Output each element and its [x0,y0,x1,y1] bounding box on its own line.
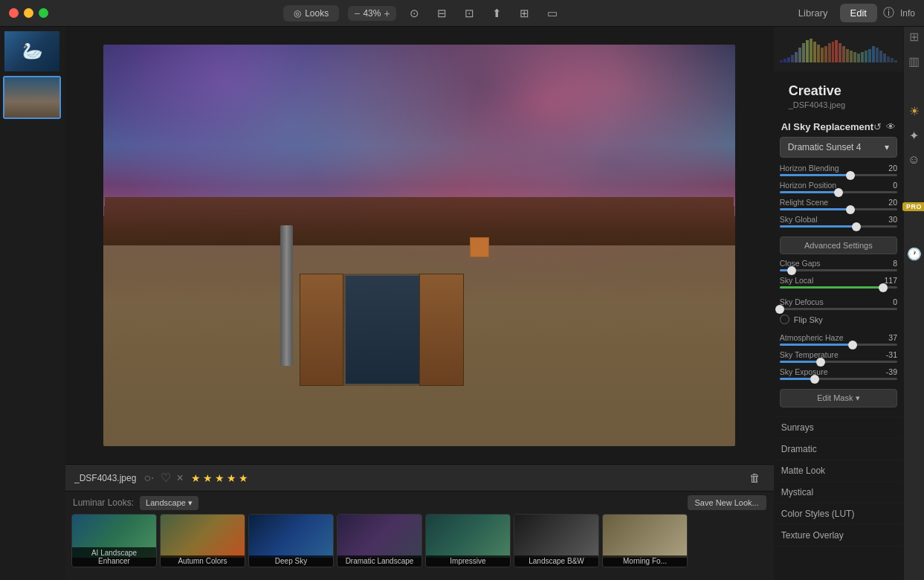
zoom-in-button[interactable]: + [384,8,390,19]
ai-sky-controls: ↺ 👁 [873,121,896,132]
look-morning[interactable]: Morning Fo... [602,514,688,567]
look-autumn[interactable]: Autumn Colors [160,514,245,567]
current-filename: _DSF4043.jpeg [74,473,136,483]
slider-value: 0 [893,181,897,190]
color-styles-section[interactable]: Color Styles (LUT) [774,503,903,525]
slider-sky-exposure: Sky Exposure -39 [780,367,897,380]
close-button[interactable] [9,8,19,18]
look-bw[interactable]: Landscape B&W [514,514,599,567]
compare-button[interactable]: ⊟ [433,4,451,23]
slider-sky-temperature: Sky Temperature -31 [780,350,897,363]
look-label-2: Autumn Colors [161,555,245,567]
creative-icon[interactable]: ✦ [909,129,919,143]
matte-look-section[interactable]: Matte Look [774,460,903,482]
looks-thumbnails: AI Landscape Enhancer Autumn Colors Deep… [65,514,774,572]
section-title: Creative [781,77,896,100]
look-label-6: Landscape B&W [514,555,598,567]
looks-category-dropdown[interactable]: Landscape ▾ [140,496,198,510]
looks-label: Luminar Looks: [73,497,134,508]
grid-button[interactable]: ⊞ [515,4,534,23]
slider-track[interactable] [780,344,897,346]
x-icon: × [177,471,184,485]
main-content: 🦢 [0,27,924,580]
looks-bar: Luminar Looks: Landscape ▾ Save New Look… [65,491,774,580]
slider-track[interactable] [780,225,897,228]
visibility-button[interactable]: 👁 [886,121,896,132]
slider-handle[interactable] [846,205,855,214]
bottom-area: _DSF4043.jpeg ○· ♡ × ★ ★ ★ ★ ★ 🗑 [65,464,774,580]
sunrays-section[interactable]: Sunrays [774,417,903,439]
look-label-3: Deep Sky [249,555,333,567]
maximize-button[interactable] [39,8,48,18]
edit-mask-button[interactable]: Edit Mask ▾ [780,389,897,407]
portrait-icon[interactable]: ☺ [908,153,920,167]
slider-track[interactable] [780,286,897,289]
filmstrip: 🦢 [0,27,65,580]
thumbnail-swan[interactable]: 🦢 [3,30,61,73]
slider-handle[interactable] [834,188,843,197]
slider-sky-local: Sky Local 117 [780,276,897,289]
slider-label: Relight Scene [780,198,828,207]
slider-track[interactable] [780,361,897,363]
advanced-settings-button[interactable]: Advanced Settings [780,236,897,254]
slider-label: Close Gaps [780,259,821,268]
thumbnail-building[interactable] [3,76,61,119]
slider-label: Horizon Blending [780,164,839,173]
slider-handle[interactable] [816,358,825,367]
slider-label: Sky Defocus [780,297,824,306]
texture-overlay-section[interactable]: Texture Overlay [774,525,903,547]
star-rating[interactable]: ★ ★ ★ ★ ★ [191,472,248,484]
share-button[interactable]: ⬆ [488,4,506,23]
look-label-1: AI Landscape Enhancer [72,547,156,567]
slider-label: Sky Local [780,276,814,285]
slider-handle[interactable] [848,341,857,349]
crop-button[interactable]: ⊡ [460,4,479,23]
star-2: ★ [203,472,213,484]
heart-icon[interactable]: ♡ [161,471,171,485]
slider-track[interactable] [780,308,897,310]
tab-edit[interactable]: Edit [840,4,877,22]
swan-icon: 🦢 [22,42,42,61]
dramatic-section[interactable]: Dramatic [774,439,903,460]
save-look-button[interactable]: Save New Look... [688,495,766,510]
minimize-button[interactable] [24,8,33,18]
flip-sky-row[interactable]: Flip Sky [780,315,897,324]
sky-preset-dropdown[interactable]: Dramatic Sunset 4 ▾ [780,137,897,158]
slider-atmospheric-haze: Atmospheric Haze 37 [780,333,897,346]
right-panel-outer: Creative _DSF4043.jpeg AI Sky Replacemen… [774,27,924,580]
look-dramatic[interactable]: Dramatic Landscape [337,514,422,567]
look-ai-landscape[interactable]: AI Landscape Enhancer [71,514,157,567]
main-image [103,45,735,446]
slider-handle[interactable] [879,283,888,292]
mystical-section[interactable]: Mystical [774,482,903,503]
slider-label: Sky Exposure [780,367,828,376]
slider-track[interactable] [780,174,897,176]
slider-handle[interactable] [775,305,784,314]
looks-button[interactable]: ◎ Looks [283,5,339,22]
slider-handle[interactable] [846,171,855,180]
zoom-out-button[interactable]: − [354,8,360,19]
image-viewport [65,27,774,464]
flip-sky-checkbox[interactable] [780,315,789,324]
slider-track[interactable] [780,378,897,380]
clock-icon[interactable]: 🕐 [907,247,922,261]
slider-track[interactable] [780,208,897,210]
sun-icon[interactable]: ☀ [909,104,920,118]
reset-button[interactable]: ↺ [873,121,882,132]
trash-button[interactable]: 🗑 [745,468,765,487]
slider-handle[interactable] [810,375,819,384]
slider-track[interactable] [780,269,897,271]
panel-button[interactable]: ▭ [543,4,562,23]
slider-fill [780,174,850,176]
view-toggle-button[interactable]: ⊙ [405,4,424,23]
slider-track[interactable] [780,191,897,193]
slider-handle[interactable] [787,266,796,275]
look-impressive[interactable]: Impressive [425,514,511,567]
star-5: ★ [239,472,248,484]
histogram-bars [780,33,897,62]
look-deep-sky[interactable]: Deep Sky [248,514,334,567]
tab-library[interactable]: Library [788,4,839,22]
slider-sky-defocus: Sky Defocus 0 [780,297,897,310]
panel-side-icon: ▥ [908,54,920,68]
slider-handle[interactable] [852,222,861,231]
